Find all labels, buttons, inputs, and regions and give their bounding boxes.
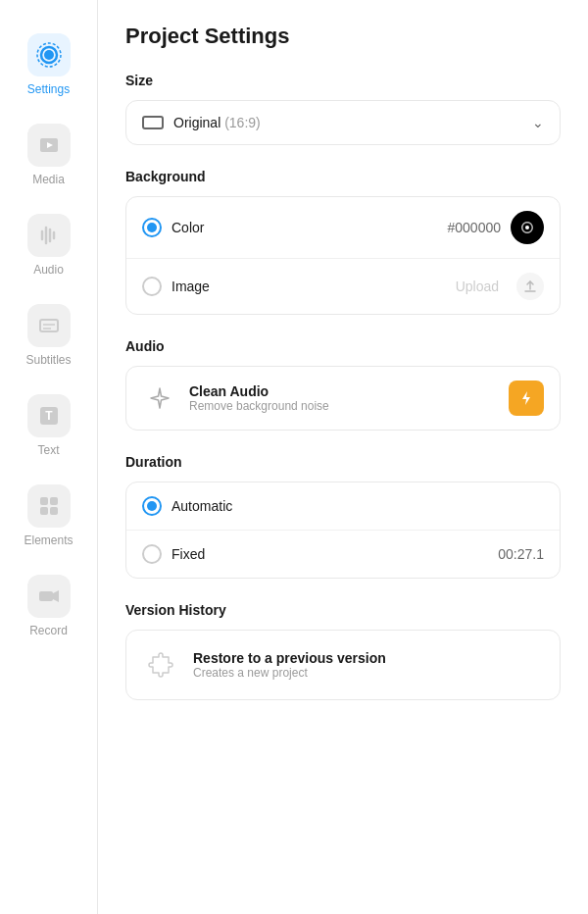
puzzle-icon <box>142 646 179 684</box>
svg-rect-13 <box>50 507 58 515</box>
version-history-section-label: Version History <box>125 602 561 618</box>
text-icon-wrap: T <box>27 394 71 437</box>
audio-section-label: Audio <box>125 338 561 354</box>
duration-section-label: Duration <box>125 454 561 470</box>
svg-rect-10 <box>40 497 48 505</box>
restore-text: Restore to a previous version Creates a … <box>193 650 386 680</box>
color-picker-button[interactable] <box>511 211 544 244</box>
svg-point-0 <box>44 50 54 60</box>
sidebar-text-label: Text <box>37 443 59 457</box>
subtitles-icon-wrap <box>27 304 71 347</box>
sidebar-item-settings[interactable]: Settings <box>0 20 97 110</box>
size-value: Original (16:9) <box>173 115 261 130</box>
lightning-button[interactable] <box>509 381 544 416</box>
settings-icon-wrap <box>27 33 71 76</box>
auto-label: Automatic <box>172 498 232 514</box>
svg-rect-12 <box>40 507 48 515</box>
background-image-row: Image Upload <box>126 259 560 314</box>
clean-audio-row: Clean Audio Remove background noise <box>126 367 560 430</box>
upload-label: Upload <box>456 279 499 294</box>
sidebar-subtitles-label: Subtitles <box>25 353 71 367</box>
main-content: Project Settings Size Original (16:9) ⌄ … <box>98 0 588 914</box>
svg-rect-5 <box>40 320 58 331</box>
elements-icon-wrap <box>27 484 71 528</box>
sidebar-item-record[interactable]: Record <box>0 561 97 651</box>
auto-radio-inner <box>147 501 157 511</box>
image-row-right: Upload <box>456 273 544 300</box>
size-dropdown[interactable]: Original (16:9) ⌄ <box>126 101 560 144</box>
duration-card: Automatic Fixed 00:27.1 <box>125 482 561 579</box>
fixed-label: Fixed <box>172 546 205 562</box>
upload-icon[interactable] <box>516 273 544 300</box>
sparkle-icon <box>142 381 177 416</box>
background-color-row: Color #000000 <box>126 197 560 259</box>
page-title: Project Settings <box>125 24 561 49</box>
auto-radio[interactable] <box>142 496 162 516</box>
media-icon-wrap <box>27 124 71 167</box>
size-dropdown-left: Original (16:9) <box>142 115 261 130</box>
sidebar-audio-label: Audio <box>33 263 64 277</box>
sidebar-item-subtitles[interactable]: Subtitles <box>0 290 97 381</box>
sidebar-item-media[interactable]: Media <box>0 110 97 200</box>
sidebar: Settings Media Audio <box>0 0 98 914</box>
record-icon-wrap <box>27 575 71 618</box>
duration-fixed-row: Fixed 00:27.1 <box>126 531 560 578</box>
sidebar-settings-label: Settings <box>27 82 70 96</box>
svg-point-16 <box>525 226 529 229</box>
audio-icon-wrap <box>27 214 71 257</box>
background-card: Color #000000 Image Upload <box>125 196 561 315</box>
svg-text:T: T <box>45 409 53 423</box>
image-label: Image <box>172 279 210 294</box>
svg-marker-15 <box>53 590 59 602</box>
sidebar-media-label: Media <box>32 173 65 186</box>
duration-auto-row: Automatic <box>126 482 560 531</box>
fixed-radio[interactable] <box>142 544 162 564</box>
size-card: Original (16:9) ⌄ <box>125 100 561 145</box>
sidebar-elements-label: Elements <box>24 533 73 547</box>
sidebar-record-label: Record <box>29 624 68 637</box>
clean-audio-title: Clean Audio <box>189 383 329 399</box>
color-radio-inner <box>147 223 157 232</box>
color-hex-value: #000000 <box>447 220 501 235</box>
restore-subtitle: Creates a new project <box>193 666 386 680</box>
size-ratio: (16:9) <box>224 115 261 130</box>
sidebar-item-audio[interactable]: Audio <box>0 200 97 290</box>
svg-rect-11 <box>50 497 58 505</box>
version-history-card: Restore to a previous version Creates a … <box>125 630 561 700</box>
audio-card: Clean Audio Remove background noise <box>125 366 561 431</box>
color-label: Color <box>172 220 204 235</box>
sidebar-item-text[interactable]: T Text <box>0 381 97 471</box>
clean-audio-subtitle: Remove background noise <box>189 399 329 413</box>
sidebar-item-elements[interactable]: Elements <box>0 471 97 561</box>
image-radio[interactable] <box>142 277 162 296</box>
size-section-label: Size <box>125 73 561 88</box>
fixed-time-right: 00:27.1 <box>498 546 544 562</box>
fixed-time-value: 00:27.1 <box>498 546 544 562</box>
chevron-down-icon: ⌄ <box>532 115 544 130</box>
color-radio[interactable] <box>142 218 162 237</box>
restore-row[interactable]: Restore to a previous version Creates a … <box>126 631 560 699</box>
color-row-right: #000000 <box>447 211 544 244</box>
restore-title: Restore to a previous version <box>193 650 386 666</box>
screen-icon <box>142 116 164 129</box>
clean-audio-text: Clean Audio Remove background noise <box>189 383 329 413</box>
background-section-label: Background <box>125 169 561 184</box>
svg-rect-14 <box>39 591 53 601</box>
